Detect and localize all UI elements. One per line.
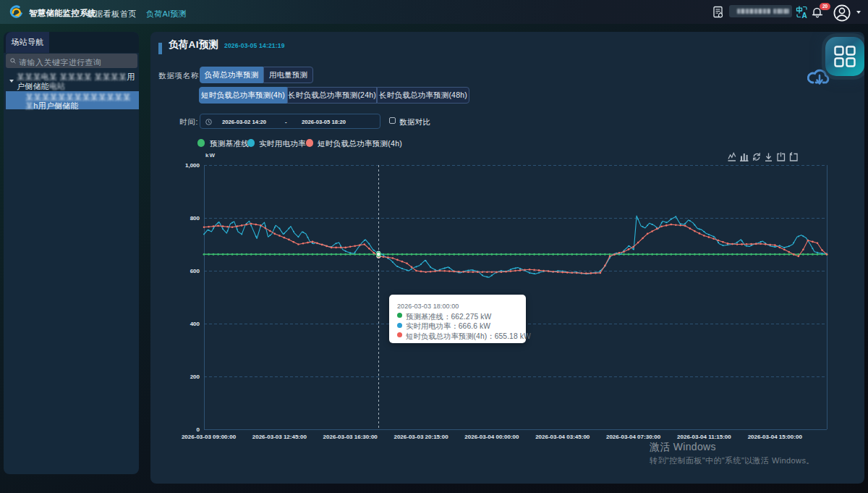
svg-text:800: 800: [190, 215, 200, 222]
svg-text:1,000: 1,000: [185, 162, 200, 169]
svg-text:0: 0: [197, 426, 200, 433]
svg-text:2026-03-04 11:15:00: 2026-03-04 11:15:00: [677, 434, 731, 440]
svg-text:A: A: [802, 11, 807, 18]
svg-text:2026-03-03 12:45:00: 2026-03-03 12:45:00: [252, 434, 307, 440]
svg-text:2026-03-03 09:00:00: 2026-03-03 09:00:00: [182, 434, 237, 440]
svg-text:400: 400: [190, 321, 200, 327]
svg-text:600: 600: [190, 268, 200, 274]
svg-text:2026-03-03 20:15:00: 2026-03-03 20:15:00: [393, 434, 448, 440]
svg-text:2026-03-03 16:30:00: 2026-03-03 16:30:00: [323, 434, 378, 440]
svg-text:2026-03-04 07:30:00: 2026-03-04 07:30:00: [606, 434, 661, 440]
svg-text:2026-03-04 03:45:00: 2026-03-04 03:45:00: [535, 434, 590, 440]
svg-text:2026-03-04 00:00:00: 2026-03-04 00:00:00: [464, 434, 519, 440]
svg-text:2026-03-04 15:00:00: 2026-03-04 15:00:00: [748, 434, 803, 440]
svg-text:kW: kW: [205, 152, 216, 159]
svg-text:200: 200: [190, 374, 200, 380]
